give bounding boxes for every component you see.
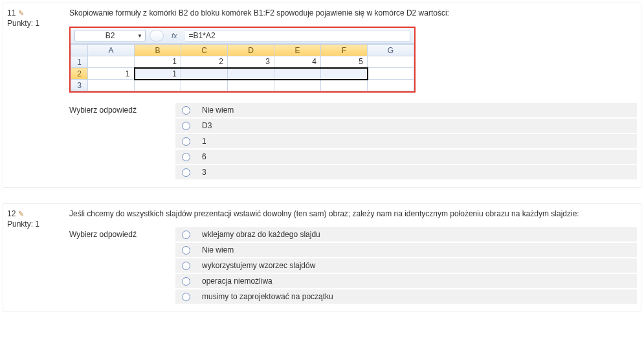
question-text: Jeśli chcemy do wszystkich slajdów preze…: [69, 209, 637, 218]
cell[interactable]: [228, 68, 274, 80]
question-text: Skopiowanie formuły z komórki B2 do blok…: [69, 8, 637, 17]
formula-text: =B1*A2: [189, 31, 216, 40]
radio-icon[interactable]: [182, 277, 190, 286]
cell[interactable]: [321, 80, 368, 91]
radio-icon[interactable]: [182, 262, 190, 270]
cell[interactable]: [321, 68, 368, 80]
table-row: 3: [71, 80, 414, 91]
excel-figure: B2 ▼ fx =B1*A2 A B C D E: [69, 27, 416, 93]
answer-text: Nie wiem: [202, 106, 234, 115]
answer-text: musimy to zaprojektować na początku: [202, 292, 333, 301]
radio-icon[interactable]: [182, 293, 190, 301]
answer-area: Wybierz odpowiedź Nie wiem D3 1 6: [69, 103, 637, 179]
question-points: Punkty: 1: [7, 220, 64, 229]
radio-icon[interactable]: [182, 122, 190, 130]
answer-text: operacja niemożliwa: [202, 277, 272, 286]
name-box[interactable]: B2 ▼: [74, 30, 146, 41]
choose-label: Wybierz odpowiedź: [69, 227, 175, 304]
answer-text: 6: [202, 152, 206, 161]
radio-icon[interactable]: [182, 168, 190, 177]
cell[interactable]: 4: [274, 56, 321, 68]
spreadsheet-grid: A B C D E F G 1 1 2 3: [71, 44, 414, 91]
cell[interactable]: [181, 80, 228, 91]
answer-option[interactable]: operacja niemożliwa: [175, 274, 637, 288]
radio-icon[interactable]: [182, 246, 190, 255]
cell[interactable]: [368, 56, 414, 68]
question-points: Punkty: 1: [7, 19, 64, 28]
question-11: 11 ✎ Punkty: 1 Skopiowanie formuły z kom…: [3, 3, 641, 188]
cell[interactable]: 5: [321, 56, 368, 68]
answer-option[interactable]: 1: [175, 134, 637, 148]
answer-text: 1: [202, 137, 206, 146]
choose-label: Wybierz odpowiedź: [69, 103, 175, 179]
answer-option[interactable]: musimy to zaprojektować na początku: [175, 289, 637, 304]
answer-option[interactable]: 6: [175, 150, 637, 164]
select-all-corner[interactable]: [71, 45, 88, 56]
formula-input[interactable]: =B1*A2: [185, 30, 410, 41]
cell[interactable]: 1: [135, 68, 181, 80]
fx-label: fx: [168, 32, 181, 40]
question-meta: 11 ✎ Punkty: 1: [7, 8, 69, 179]
col-header[interactable]: E: [274, 45, 321, 56]
chevron-down-icon[interactable]: ▼: [137, 33, 142, 39]
table-row: 1 1 2 3 4 5: [71, 56, 414, 68]
answer-list: wklejamy obraz do każdego slajdu Nie wie…: [175, 227, 637, 304]
row-header[interactable]: 3: [71, 80, 88, 91]
col-header[interactable]: A: [88, 45, 135, 56]
col-header[interactable]: B: [135, 45, 181, 56]
edit-icon[interactable]: ✎: [18, 210, 24, 218]
radio-icon[interactable]: [182, 106, 190, 115]
answer-text: wklejamy obraz do każdego slajdu: [202, 230, 320, 239]
col-header[interactable]: G: [368, 45, 414, 56]
cell[interactable]: 1: [88, 68, 135, 80]
answer-option[interactable]: Nie wiem: [175, 103, 637, 117]
cell[interactable]: 2: [181, 56, 228, 68]
answer-option[interactable]: 3: [175, 165, 637, 179]
col-header[interactable]: D: [228, 45, 274, 56]
radio-icon[interactable]: [182, 231, 190, 239]
answer-option[interactable]: D3: [175, 119, 637, 133]
row-header[interactable]: 2: [71, 68, 88, 80]
answer-option[interactable]: wklejamy obraz do każdego slajdu: [175, 227, 637, 242]
cell[interactable]: [368, 80, 414, 91]
cell[interactable]: [88, 56, 135, 68]
radio-icon[interactable]: [182, 153, 190, 161]
cell[interactable]: [274, 68, 321, 80]
cell[interactable]: [228, 80, 274, 91]
cell[interactable]: 1: [135, 56, 181, 68]
cell[interactable]: [368, 68, 414, 80]
answer-text: wykorzystujemy wzorzec slajdów: [202, 261, 315, 270]
answer-list: Nie wiem D3 1 6 3: [175, 103, 637, 179]
question-12: 12 ✎ Punkty: 1 Jeśli chcemy do wszystkic…: [3, 203, 641, 312]
col-header[interactable]: C: [181, 45, 228, 56]
cell[interactable]: [135, 80, 181, 91]
answer-option[interactable]: Nie wiem: [175, 243, 637, 257]
fx-button[interactable]: [150, 30, 164, 41]
col-header[interactable]: F: [321, 45, 368, 56]
cell[interactable]: [274, 80, 321, 91]
answer-text: Nie wiem: [202, 245, 234, 255]
name-box-value: B2: [105, 31, 115, 40]
answer-text: D3: [202, 121, 212, 130]
question-number: 11: [7, 8, 16, 17]
answer-option[interactable]: wykorzystujemy wzorzec slajdów: [175, 258, 637, 273]
question-number: 12: [7, 209, 16, 218]
formula-bar: B2 ▼ fx =B1*A2: [71, 28, 414, 44]
radio-icon[interactable]: [182, 137, 190, 146]
cell[interactable]: [88, 80, 135, 91]
edit-icon[interactable]: ✎: [18, 9, 24, 17]
table-row: 2 1 1: [71, 68, 414, 80]
question-meta: 12 ✎ Punkty: 1: [7, 209, 69, 304]
answer-area: Wybierz odpowiedź wklejamy obraz do każd…: [69, 227, 637, 304]
row-header[interactable]: 1: [71, 56, 88, 68]
answer-text: 3: [202, 168, 206, 177]
cell[interactable]: 3: [228, 56, 274, 68]
cell[interactable]: [181, 68, 228, 80]
